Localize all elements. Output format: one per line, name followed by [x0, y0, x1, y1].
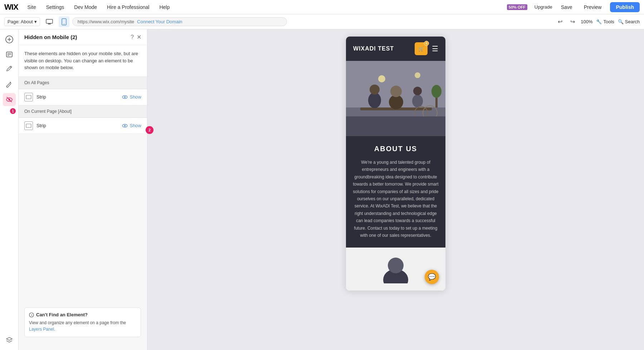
svg-point-29	[412, 95, 423, 107]
svg-point-26	[370, 85, 380, 95]
url-bar: https://www.wix.com/mysite Connect Your …	[72, 17, 287, 26]
mobile-header-icons: 🛒 0 ☰	[415, 42, 438, 55]
show-button-2[interactable]: Show	[122, 123, 141, 128]
nav-site[interactable]: Site	[25, 3, 38, 11]
hamburger-icon[interactable]: ☰	[432, 44, 438, 53]
eye-icon-1	[122, 95, 128, 99]
redo-button[interactable]: ↪	[568, 17, 577, 27]
upgrade-button[interactable]: Upgrade	[535, 4, 552, 10]
wix-logo: WIX	[4, 3, 18, 12]
main-area: 1 Hidden on Mobile (2) ? ✕ These element…	[0, 29, 644, 350]
desktop-view-button[interactable]	[43, 17, 56, 27]
cant-find-box: i Can't Find an Element? View and organi…	[24, 307, 141, 337]
preview-button[interactable]: Preview	[581, 3, 605, 11]
svg-point-28	[390, 86, 402, 97]
strip-icon-1	[24, 93, 33, 101]
cart-count: 0	[424, 41, 429, 46]
hidden-elements-button[interactable]	[3, 93, 16, 106]
nav-hire-pro[interactable]: Hire a Professional	[105, 3, 151, 11]
tools-sidebar-button[interactable]	[3, 78, 16, 91]
mobile-wrapper: WIXADI TEST 🛒 0 ☰	[346, 37, 445, 291]
show-button-1[interactable]: Show	[122, 94, 141, 100]
plus-circle-icon	[5, 35, 13, 43]
eye-icon-2	[122, 124, 128, 128]
svg-rect-14	[26, 95, 31, 99]
chat-icon: 💬	[428, 273, 436, 281]
eye-hidden-icon	[6, 96, 13, 103]
publish-button[interactable]: Publish	[610, 2, 640, 12]
promo-badge: 50% OFF	[507, 4, 527, 10]
panel-title: Hidden on Mobile (2)	[24, 34, 77, 40]
mobile-icon	[62, 18, 67, 25]
svg-point-39	[388, 258, 404, 273]
layers-icon	[6, 336, 13, 344]
element-name-1: Strip	[36, 94, 46, 100]
top-nav: WIX Site Settings Dev Mode Hire a Profes…	[0, 0, 644, 14]
section-current-page: On Current Page [About]	[19, 105, 147, 118]
blog-button[interactable]	[3, 48, 16, 61]
svg-text:i: i	[31, 313, 32, 317]
hero-svg	[346, 61, 445, 136]
blog-icon	[6, 51, 13, 58]
sidebar-badge: 1	[10, 108, 16, 114]
design-button[interactable]	[3, 63, 16, 76]
svg-point-3	[64, 24, 64, 24]
tools-icon: 🔧	[596, 19, 602, 24]
show-label-2: Show	[130, 123, 141, 128]
cart-button[interactable]: 🛒 0	[415, 42, 428, 55]
element-row-1: Strip Show	[19, 89, 147, 105]
search-label: Search	[625, 19, 640, 24]
nav-help[interactable]: Help	[157, 3, 172, 11]
chevron-down-icon: ▾	[34, 19, 37, 24]
zoom-level: 100%	[581, 19, 592, 24]
element-name-2: Strip	[36, 123, 46, 128]
undo-button[interactable]: ↩	[556, 17, 565, 27]
svg-rect-0	[46, 19, 53, 23]
pencil-icon	[6, 66, 13, 73]
site-name: WIXADI TEST	[353, 45, 394, 52]
element-row-2: Strip Show	[19, 118, 147, 134]
panel-description: These elements are hidden on your mobile…	[19, 45, 147, 77]
cant-find-text: View and organize any element on a page …	[29, 320, 136, 332]
tools-button[interactable]: 🔧 Tools	[596, 19, 614, 24]
page-name: Page: About	[8, 19, 33, 24]
search-icon: 🔍	[618, 19, 624, 24]
search-button[interactable]: 🔍 Search	[618, 19, 640, 24]
svg-rect-1	[48, 24, 51, 24]
svg-point-30	[413, 87, 422, 95]
show-label-1: Show	[130, 94, 141, 100]
layers-button[interactable]	[3, 334, 16, 346]
connect-domain-link[interactable]: Connect Your Domain	[137, 19, 182, 24]
mobile-view-button[interactable]	[59, 16, 69, 27]
svg-point-36	[415, 72, 420, 78]
svg-rect-17	[26, 124, 31, 128]
canvas-area: WIXADI TEST 🛒 0 ☰	[147, 29, 644, 350]
layers-panel-link[interactable]: Layers Panel.	[29, 327, 55, 332]
save-button[interactable]: Save	[558, 3, 575, 11]
panel-header-icons: ? ✕	[131, 34, 141, 40]
hidden-elements-panel: Hidden on Mobile (2) ? ✕ These elements …	[19, 29, 147, 350]
svg-point-19	[124, 125, 126, 126]
footer-image	[381, 255, 410, 283]
panel-help-button[interactable]: ?	[131, 34, 134, 40]
panel-header: Hidden on Mobile (2) ? ✕	[19, 29, 147, 45]
info-icon: i	[29, 312, 34, 317]
panel-close-button[interactable]: ✕	[137, 34, 141, 40]
svg-point-25	[368, 92, 381, 108]
tools-label: Tools	[603, 19, 614, 24]
svg-point-34	[431, 85, 441, 98]
nav-devmode[interactable]: Dev Mode	[72, 3, 99, 11]
about-text: We're a young and talented group of entr…	[352, 159, 440, 239]
url-text: https://www.wix.com/mysite	[78, 19, 134, 24]
nav-settings[interactable]: Settings	[44, 3, 67, 11]
mobile-header: WIXADI TEST 🛒 0 ☰	[346, 37, 445, 61]
second-toolbar: Page: About ▾ https://www.wix.com/mysite…	[0, 14, 644, 29]
page-selector[interactable]: Page: About ▾	[4, 17, 40, 26]
desktop-icon	[46, 19, 53, 25]
strip-icon-2	[24, 121, 33, 130]
add-element-button[interactable]	[3, 33, 16, 46]
about-title: ABOUT US	[352, 145, 440, 153]
mobile-content: ABOUT US We're a young and talented grou…	[346, 136, 445, 248]
svg-point-16	[124, 96, 126, 98]
section-all-pages: On All Pages	[19, 77, 147, 89]
